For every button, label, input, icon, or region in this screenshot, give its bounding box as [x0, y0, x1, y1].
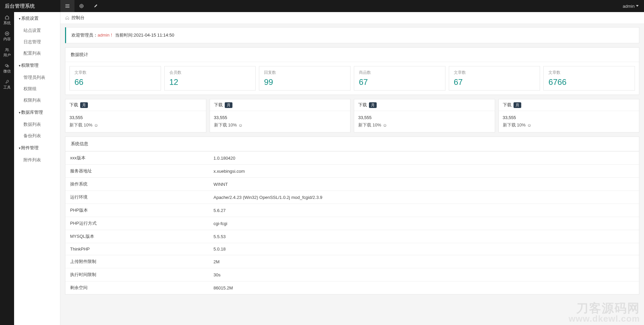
stat-value: 66 — [74, 77, 156, 87]
caret-down-icon: ▾ — [19, 111, 20, 114]
menu-item-config-list[interactable]: 配置列表 — [14, 48, 60, 59]
welcome-prefix: 欢迎管理员： — [71, 33, 98, 38]
menu-item-perm-group[interactable]: 权限组 — [14, 83, 60, 95]
svg-point-3 — [7, 48, 8, 49]
smile-icon: ☺ — [527, 123, 531, 128]
sysinfo-key: 执行时间限制 — [65, 268, 209, 281]
paint-icon — [93, 4, 98, 8]
user-label: admin — [623, 4, 635, 9]
menu-group-label: 系统设置 — [21, 15, 39, 21]
download-card-head: 下载 月 — [210, 99, 351, 111]
caret-down-icon — [636, 5, 639, 7]
table-row: 服务器地址x.xuebingsi.com — [65, 165, 639, 178]
sidebar-icon-label: 系统 — [3, 20, 11, 25]
menu-item-site-settings[interactable]: 站点设置 — [14, 25, 60, 36]
download-card-body: 33,555 新下载 10% ☺ — [65, 111, 206, 132]
menu-group-attachment[interactable]: ▾ 附件管理 — [14, 142, 60, 154]
sysinfo-key: 运行环境 — [65, 191, 209, 204]
sysinfo-val: WINNT — [209, 178, 639, 191]
caret-down-icon: ▾ — [19, 64, 20, 67]
download-card-body: 33,555 新下载 10% ☺ — [210, 111, 351, 132]
menu-group-system[interactable]: ▾ 系统设置 — [14, 12, 60, 25]
menu-item-backup-list[interactable]: 备份列表 — [14, 130, 60, 142]
sysinfo-key: ThinkPHP — [65, 243, 209, 255]
user-menu[interactable]: admin — [623, 4, 644, 9]
welcome-time: 2021-04-15 11:14:50 — [134, 33, 174, 38]
download-number: 33,555 — [69, 115, 202, 120]
table-row: PHP运行方式cgi-fcgi — [65, 217, 639, 230]
stat-value: 67 — [359, 77, 440, 87]
menu-item-attach-list[interactable]: 附件列表 — [14, 154, 60, 166]
sysinfo-val: 5.6.27 — [209, 204, 639, 217]
menu-item-log-manage[interactable]: 日志管理 — [14, 36, 60, 48]
download-title: 下载 — [69, 102, 78, 108]
download-badge: 月 — [369, 102, 377, 108]
sysinfo-val: 30s — [209, 268, 639, 281]
home-icon — [65, 16, 69, 20]
download-sub: 新下载 10% ☺ — [214, 122, 346, 128]
stat-label: 文章数 — [548, 70, 630, 75]
download-card: 下载 月 33,555 新下载 10% ☺ — [65, 99, 206, 132]
sysinfo-key: xxx版本 — [65, 152, 209, 165]
stat-label: 会员数 — [169, 70, 251, 75]
globe-button[interactable] — [74, 0, 89, 12]
smile-icon: ☺ — [383, 123, 387, 128]
table-row: 执行时间限制30s — [65, 268, 639, 281]
sidebar-icon-wechat[interactable]: 微信 — [0, 60, 14, 76]
welcome-admin: admin！ — [98, 33, 114, 38]
stat-label: 文章数 — [454, 70, 535, 75]
download-card-head: 下载 月 — [65, 99, 206, 111]
download-sub: 新下载 10% ☺ — [69, 122, 202, 128]
stat-value: 6766 — [548, 77, 630, 87]
table-row: xxx版本1.0.180420 — [65, 152, 639, 165]
stat-value: 99 — [264, 77, 345, 87]
paint-button[interactable] — [89, 0, 103, 12]
sidebar-icon-system[interactable]: 系统 — [0, 12, 14, 28]
table-row: ThinkPHP5.0.18 — [65, 243, 639, 255]
sidebar-icon-label: 用户 — [3, 53, 11, 58]
toggle-menu-button[interactable] — [60, 0, 74, 12]
download-card-body: 33,555 新下载 10% ☺ — [354, 111, 495, 132]
main-content: 控制台 欢迎管理员：admin！ 当前时间:2021-04-15 11:14:5… — [60, 12, 644, 325]
download-sub: 新下载 10% ☺ — [358, 122, 491, 128]
welcome-banner: 欢迎管理员：admin！ 当前时间:2021-04-15 11:14:50 — [65, 27, 639, 43]
download-row: 下载 月 33,555 新下载 10% ☺ 下载 月 33,555 — [65, 99, 639, 132]
stat-card: 文章数 6766 — [543, 66, 635, 91]
menu-group-permissions[interactable]: ▾ 权限管理 — [14, 59, 60, 72]
table-row: MYSQL版本5.5.53 — [65, 230, 639, 243]
sidebar-icon-label: 微信 — [3, 69, 11, 74]
stat-card: 文章数 66 — [69, 66, 161, 91]
download-title: 下载 — [214, 102, 223, 108]
sidebar-icon-tools[interactable]: 工具 — [0, 76, 14, 93]
menu-item-perm-list[interactable]: 权限列表 — [14, 95, 60, 106]
download-card: 下载 月 33,555 新下载 10% ☺ — [210, 99, 351, 132]
icon-sidebar: 系统 内容 用户 微信 工具 — [0, 12, 14, 325]
sidebar-icon-content[interactable]: 内容 — [0, 28, 14, 44]
menu-group-database[interactable]: ▾ 数据库管理 — [14, 106, 60, 119]
sidebar-icon-user[interactable]: 用户 — [0, 44, 14, 60]
sysinfo-val: cgi-fcgi — [209, 217, 639, 230]
caret-down-icon: ▾ — [19, 17, 20, 20]
sysinfo-key: 服务器地址 — [65, 165, 209, 178]
sysinfo-key: PHP版本 — [65, 204, 209, 217]
download-card: 下载 月 33,555 新下载 10% ☺ — [354, 99, 495, 132]
menu-sidebar: ▾ 系统设置 站点设置 日志管理 配置列表 ▾ 权限管理 管理员列表 权限组 权… — [14, 12, 60, 325]
smile-icon: ☺ — [238, 123, 243, 128]
stat-card: 商品数 67 — [354, 66, 445, 91]
download-number: 33,555 — [358, 115, 491, 120]
menu-item-admin-list[interactable]: 管理员列表 — [14, 72, 60, 83]
sysinfo-val: Apache/2.4.23 (Win32) OpenSSL/1.0.2j mod… — [209, 191, 639, 204]
home-icon — [5, 15, 9, 20]
stats-panel: 数据统计 文章数 66 会员数 12 回复数 99 商品数 67 — [65, 47, 639, 95]
welcome-time-label: 当前时间: — [115, 33, 134, 38]
menu-item-data-list[interactable]: 数据列表 — [14, 119, 60, 130]
menu-group-label: 附件管理 — [21, 145, 39, 151]
system-info-panel: 系统信息 xxx版本1.0.180420 服务器地址x.xuebingsi.co… — [65, 137, 639, 294]
users-icon — [5, 47, 9, 52]
sysinfo-val: 5.0.18 — [209, 243, 639, 255]
sysinfo-key: 剩余空间 — [65, 281, 209, 294]
stats-row: 文章数 66 会员数 12 回复数 99 商品数 67 文章数 67 — [65, 62, 639, 95]
globe-icon — [79, 4, 84, 8]
content-area: 欢迎管理员：admin！ 当前时间:2021-04-15 11:14:50 数据… — [60, 24, 644, 302]
sysinfo-key: MYSQL版本 — [65, 230, 209, 243]
